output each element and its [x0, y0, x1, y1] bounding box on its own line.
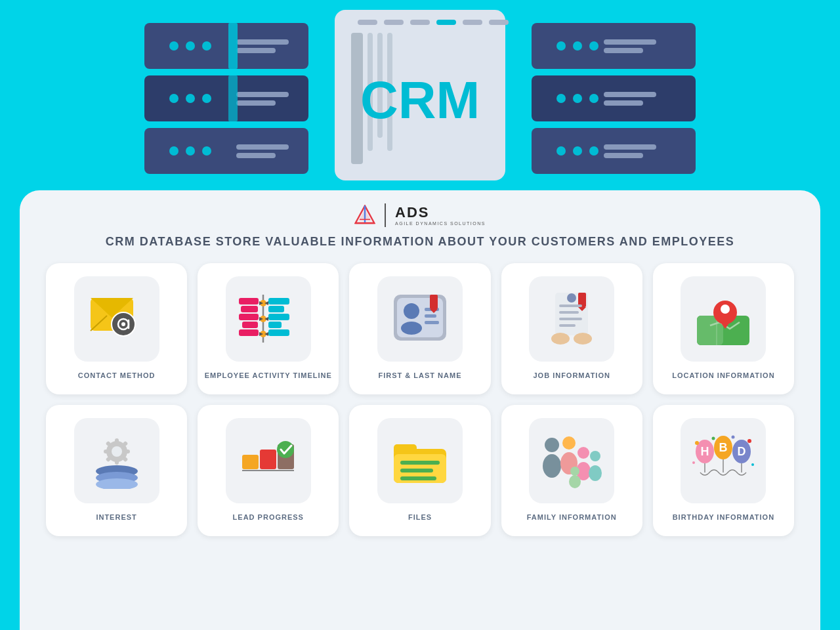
svg-rect-17	[236, 153, 276, 158]
svg-rect-68	[268, 306, 284, 312]
card-job-information: JOB INFORMATION	[501, 263, 642, 394]
card-interest: INTEREST	[46, 405, 187, 536]
svg-rect-26	[489, 20, 509, 25]
svg-rect-47	[604, 100, 643, 106]
svg-point-5	[202, 41, 211, 51]
svg-point-156	[751, 463, 754, 466]
svg-point-100	[574, 333, 592, 345]
svg-point-36	[573, 41, 582, 51]
birthday-icon: H B D	[690, 433, 756, 489]
card-contact-method: CONTACT METHOD	[46, 263, 187, 394]
svg-rect-129	[400, 461, 440, 465]
folder-icon	[390, 434, 450, 487]
progress-icon	[239, 436, 298, 486]
ads-text-block: ADS AGILE DYNAMICS SOLUTIONS	[395, 205, 486, 226]
svg-rect-24	[436, 20, 456, 25]
birthday-information-icon-area: H B D	[681, 418, 766, 503]
svg-rect-112	[104, 450, 109, 453]
family-information-label: FAMILY INFORMATION	[527, 513, 617, 522]
logo-area: ADS AGILE DYNAMICS SOLUTIONS	[46, 203, 794, 227]
svg-rect-131	[400, 476, 436, 480]
svg-rect-113	[125, 450, 130, 453]
svg-text:H: H	[701, 445, 709, 458]
email-icon	[87, 293, 146, 345]
svg-point-132	[545, 438, 559, 452]
svg-point-99	[551, 333, 570, 345]
svg-rect-13	[236, 48, 276, 53]
svg-rect-72	[239, 298, 259, 304]
ads-logo: ADS AGILE DYNAMICS SOLUTIONS	[354, 203, 486, 227]
location-information-icon-area	[681, 276, 766, 362]
cards-row-2: INTEREST LEAD PROGRESS	[46, 405, 794, 536]
svg-point-37	[589, 41, 598, 51]
cards-row-1: CONTACT METHOD	[46, 263, 794, 394]
svg-point-151	[695, 441, 699, 445]
location-icon	[694, 289, 753, 348]
svg-point-141	[569, 475, 581, 488]
svg-point-42	[573, 146, 582, 156]
job-information-label: JOB INFORMATION	[533, 371, 610, 381]
server-svg: CRM	[125, 10, 715, 200]
svg-rect-71	[268, 329, 289, 336]
svg-rect-21	[358, 20, 377, 25]
svg-point-11	[202, 146, 211, 156]
svg-point-106	[721, 304, 730, 314]
svg-rect-69	[268, 314, 289, 320]
interest-label: INTEREST	[96, 513, 136, 522]
svg-point-154	[732, 435, 735, 438]
svg-rect-33	[532, 75, 696, 121]
svg-rect-46	[604, 92, 656, 97]
svg-point-10	[186, 146, 195, 156]
svg-point-153	[712, 436, 715, 440]
card-files: FILES	[349, 405, 490, 536]
ads-logo-icon	[354, 205, 375, 226]
card-lead-progress: LEAD PROGRESS	[198, 405, 339, 536]
svg-rect-1	[144, 75, 308, 121]
job-information-icon-area	[529, 276, 614, 362]
svg-rect-48	[604, 144, 656, 150]
svg-rect-22	[384, 20, 404, 25]
ads-sub-text: AGILE DYNAMICS SOLUTIONS	[395, 221, 486, 226]
svg-rect-67	[268, 298, 289, 304]
employee-activity-label: EMPLOYEE ACTIVITY TIMELINE	[205, 371, 332, 381]
svg-rect-23	[410, 20, 430, 25]
svg-rect-70	[268, 322, 282, 328]
files-icon-area	[377, 418, 463, 503]
svg-text:CRM: CRM	[360, 71, 480, 129]
svg-text:B: B	[719, 441, 728, 454]
first-last-name-icon-area	[377, 276, 463, 362]
svg-rect-45	[604, 48, 643, 53]
job-icon	[542, 291, 601, 347]
birthday-information-label: BIRTHDAY INFORMATION	[673, 513, 774, 522]
timeline-icon	[236, 291, 301, 347]
card-family-information: FAMILY INFORMATION	[501, 405, 642, 536]
svg-point-35	[556, 41, 566, 51]
logo-divider	[385, 203, 386, 227]
svg-rect-73	[241, 306, 258, 312]
lead-progress-label: LEAD PROGRESS	[233, 513, 304, 522]
first-last-name-label: FIRST & LAST NAME	[378, 371, 461, 381]
svg-rect-2	[144, 128, 308, 174]
svg-rect-127	[394, 444, 417, 455]
svg-rect-76	[239, 329, 259, 336]
svg-point-125	[277, 441, 294, 458]
svg-point-40	[589, 94, 598, 103]
family-information-icon-area	[529, 418, 614, 503]
svg-rect-34	[532, 128, 696, 174]
svg-point-43	[589, 146, 598, 156]
svg-point-133	[543, 454, 561, 478]
family-icon	[539, 433, 604, 489]
svg-rect-15	[236, 100, 276, 106]
svg-rect-74	[239, 314, 259, 320]
svg-rect-12	[236, 39, 289, 45]
svg-point-8	[202, 94, 211, 103]
svg-point-101	[567, 293, 576, 303]
svg-rect-130	[400, 469, 433, 472]
svg-point-3	[169, 41, 178, 51]
layers-icon	[87, 433, 146, 489]
svg-rect-16	[236, 144, 289, 150]
svg-point-86	[401, 322, 422, 335]
svg-point-155	[692, 461, 695, 464]
svg-point-41	[556, 146, 566, 156]
svg-point-140	[570, 467, 579, 476]
